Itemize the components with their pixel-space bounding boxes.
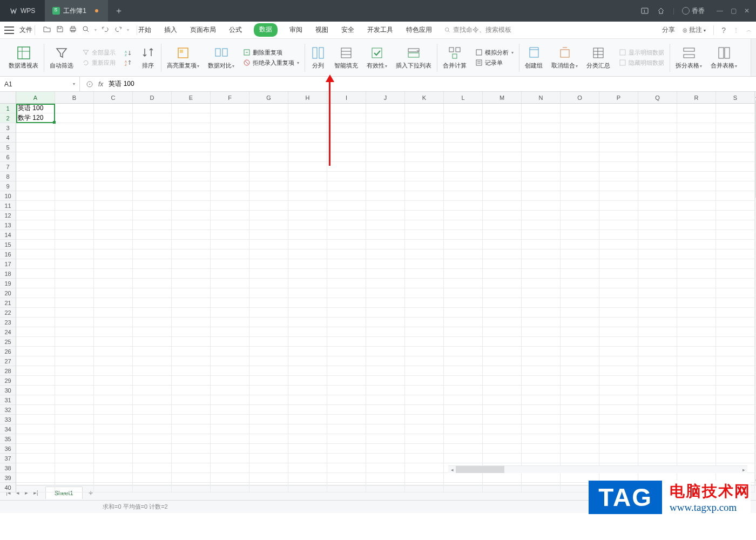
cell[interactable]	[522, 201, 561, 211]
row-header[interactable]: 6	[0, 152, 16, 162]
home-icon[interactable]	[657, 6, 665, 15]
cell[interactable]	[327, 308, 366, 318]
cell[interactable]	[677, 211, 716, 220]
cell[interactable]	[249, 308, 288, 318]
cell[interactable]	[211, 444, 249, 454]
cell[interactable]	[599, 424, 638, 434]
cell[interactable]	[677, 318, 716, 327]
cell[interactable]	[133, 424, 172, 434]
cell[interactable]	[638, 395, 677, 405]
cell[interactable]	[55, 356, 94, 366]
row-header[interactable]: 16	[0, 249, 16, 259]
cell[interactable]	[288, 191, 327, 201]
cell[interactable]	[483, 113, 522, 123]
cell[interactable]	[172, 318, 211, 327]
cell[interactable]	[522, 298, 561, 308]
cell[interactable]	[599, 395, 638, 405]
cell[interactable]	[483, 191, 522, 201]
cell[interactable]	[522, 133, 561, 143]
cell[interactable]	[288, 133, 327, 143]
tab-start[interactable]: 开始	[137, 23, 152, 37]
cell[interactable]	[677, 356, 716, 366]
cell[interactable]	[211, 279, 249, 288]
cell[interactable]	[638, 444, 677, 454]
cell[interactable]	[16, 201, 55, 211]
cell[interactable]	[211, 366, 249, 376]
cell[interactable]	[405, 240, 444, 249]
cell[interactable]	[288, 337, 327, 347]
cell[interactable]	[55, 201, 94, 211]
row-header[interactable]: 19	[0, 279, 16, 288]
cell[interactable]	[599, 347, 638, 356]
cell[interactable]	[55, 434, 94, 444]
cell[interactable]	[561, 162, 599, 172]
cell[interactable]	[366, 454, 405, 463]
cell[interactable]	[444, 473, 483, 483]
cell[interactable]	[405, 318, 444, 327]
cell[interactable]	[55, 386, 94, 395]
cell[interactable]	[94, 123, 133, 133]
row-header[interactable]: 27	[0, 356, 16, 366]
row-header[interactable]: 10	[0, 191, 16, 201]
cell[interactable]	[561, 279, 599, 288]
cell[interactable]	[16, 337, 55, 347]
cell[interactable]	[172, 104, 211, 113]
cell[interactable]	[55, 113, 94, 123]
cell[interactable]	[638, 123, 677, 133]
cell[interactable]	[211, 211, 249, 220]
row-header[interactable]: 5	[0, 143, 16, 152]
cell[interactable]	[561, 288, 599, 298]
cell[interactable]	[405, 473, 444, 483]
cell[interactable]	[599, 386, 638, 395]
cell[interactable]	[327, 366, 366, 376]
cell[interactable]	[444, 405, 483, 415]
cell[interactable]	[94, 288, 133, 298]
row-header[interactable]: 23	[0, 318, 16, 327]
cell[interactable]	[677, 386, 716, 395]
cell[interactable]	[133, 444, 172, 454]
cell[interactable]	[444, 162, 483, 172]
cell[interactable]	[405, 259, 444, 269]
cell[interactable]	[288, 473, 327, 483]
cell[interactable]	[211, 298, 249, 308]
cell[interactable]	[172, 123, 211, 133]
cell[interactable]	[211, 454, 249, 463]
cell[interactable]	[716, 308, 755, 318]
cell[interactable]	[444, 386, 483, 395]
cell[interactable]	[405, 191, 444, 201]
cell[interactable]	[211, 249, 249, 259]
cell[interactable]	[638, 405, 677, 415]
cell[interactable]	[172, 337, 211, 347]
cell[interactable]	[55, 327, 94, 337]
cell[interactable]	[327, 347, 366, 356]
cell[interactable]	[483, 473, 522, 483]
cell[interactable]	[561, 424, 599, 434]
cell[interactable]	[561, 434, 599, 444]
cell[interactable]	[94, 463, 133, 473]
cell[interactable]	[249, 454, 288, 463]
row-header[interactable]: 24	[0, 327, 16, 337]
cell[interactable]	[483, 249, 522, 259]
cell[interactable]	[16, 376, 55, 386]
cell[interactable]	[94, 211, 133, 220]
cell[interactable]	[561, 395, 599, 405]
cell[interactable]	[366, 152, 405, 162]
row-header[interactable]: 22	[0, 308, 16, 318]
text-to-columns-button[interactable]: 分列	[306, 39, 330, 76]
cell[interactable]	[327, 395, 366, 405]
cell[interactable]	[405, 162, 444, 172]
name-box[interactable]: A1 ▾	[0, 77, 80, 91]
cell[interactable]	[522, 181, 561, 191]
cell[interactable]	[327, 434, 366, 444]
cell[interactable]	[172, 434, 211, 444]
cell[interactable]	[444, 366, 483, 376]
cell[interactable]	[716, 327, 755, 337]
cell[interactable]	[133, 376, 172, 386]
autofilter-button[interactable]: 自动筛选	[45, 39, 78, 76]
cell[interactable]	[288, 162, 327, 172]
cell[interactable]	[599, 298, 638, 308]
help-icon[interactable]: ?	[721, 26, 726, 35]
cell[interactable]	[483, 347, 522, 356]
cell[interactable]	[638, 259, 677, 269]
cell[interactable]	[211, 386, 249, 395]
